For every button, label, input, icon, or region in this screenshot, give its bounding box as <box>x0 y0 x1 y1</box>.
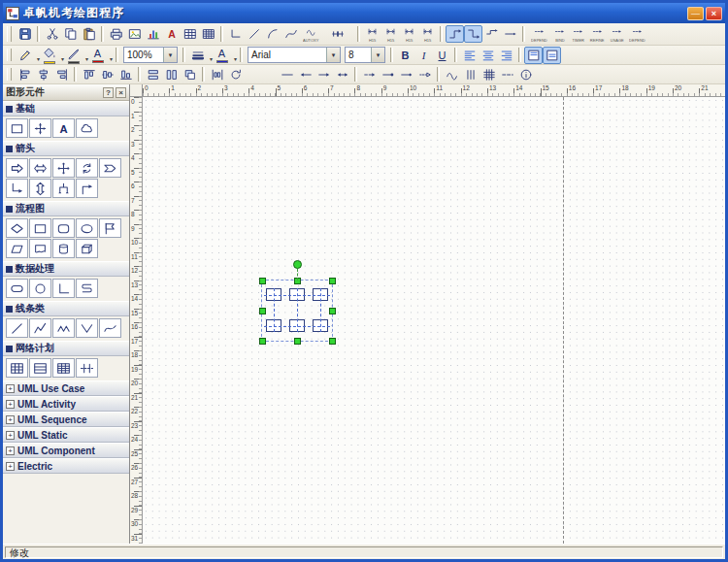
expand-icon[interactable]: + <box>6 400 15 409</box>
align-shapes-center-button[interactable] <box>34 66 52 83</box>
h-spacing-1-button[interactable]: H15 <box>363 24 381 45</box>
align-shapes-middle-button[interactable] <box>98 66 116 83</box>
uml-usage-button[interactable]: USAGE <box>608 24 627 45</box>
shape-cube[interactable] <box>76 239 98 258</box>
shape-arrow-four-way[interactable] <box>52 158 75 178</box>
cut-button[interactable] <box>43 25 61 43</box>
toolbar-grip[interactable] <box>7 68 12 81</box>
shape-cross-node[interactable] <box>76 358 98 378</box>
bold-button[interactable]: B <box>396 47 414 64</box>
shape-arrow-elbow-down[interactable] <box>6 179 28 198</box>
about-info-button[interactable] <box>516 66 535 83</box>
zoom-level-combo[interactable]: 100%▾ <box>123 47 178 63</box>
fill-color-button[interactable]: ▾ <box>40 47 64 64</box>
same-size-button[interactable] <box>181 66 199 83</box>
dropdown-arrow-icon[interactable]: ▾ <box>110 56 113 62</box>
selection-handle[interactable] <box>259 278 266 284</box>
font-color-button[interactable]: A▾ <box>213 47 237 64</box>
section-header-uml-component[interactable]: +UML Component <box>3 443 129 458</box>
uml-depend-button[interactable]: DEPEND <box>528 24 550 45</box>
align-shapes-right-button[interactable] <box>52 66 71 83</box>
valign-middle-button[interactable] <box>543 47 561 64</box>
section-header-uml-static[interactable]: +UML Static <box>3 427 129 443</box>
draw-line-button[interactable] <box>245 25 263 43</box>
section-header-基础[interactable]: 基础 <box>3 101 129 116</box>
minimize-button[interactable]: — <box>687 7 704 20</box>
same-width-button[interactable] <box>144 66 162 83</box>
align-shapes-left-button[interactable] <box>16 66 34 83</box>
copy-button[interactable] <box>61 25 80 43</box>
expand-icon[interactable]: + <box>6 446 15 455</box>
paste-button[interactable] <box>80 25 98 43</box>
dash-style-button[interactable] <box>498 66 516 83</box>
collapse-icon[interactable] <box>6 266 13 273</box>
line-style-diamond-end-button[interactable] <box>397 66 415 83</box>
dropdown-arrow-icon[interactable]: ▾ <box>371 48 384 62</box>
shape-arrow-right[interactable] <box>6 158 28 178</box>
selection-handle[interactable] <box>329 308 336 314</box>
shape-document[interactable] <box>29 239 51 258</box>
shape-grid-table[interactable] <box>6 358 28 378</box>
connector-down-button[interactable] <box>446 25 464 43</box>
shape-arrow-left-right[interactable] <box>29 158 51 178</box>
line-style-dotted-button[interactable] <box>415 66 434 83</box>
section-header-网络计划[interactable]: 网络计划 <box>3 341 129 356</box>
align-left-button[interactable] <box>460 47 479 64</box>
expand-icon[interactable]: + <box>6 462 15 471</box>
shape-ellipse[interactable] <box>76 218 98 238</box>
insert-text-button[interactable]: A <box>162 25 181 43</box>
shape-process[interactable] <box>29 218 51 238</box>
section-header-箭头[interactable]: 箭头 <box>3 141 129 156</box>
shape-circle[interactable] <box>29 279 51 298</box>
shape-terminator[interactable] <box>6 279 28 298</box>
snap-grid-button[interactable] <box>199 25 217 43</box>
shape-arrow-circular[interactable] <box>76 158 98 178</box>
section-header-uml-use-case[interactable]: +UML Use Case <box>3 380 129 396</box>
collapse-icon[interactable] <box>6 306 13 313</box>
section-header-数据处理[interactable]: 数据处理 <box>3 261 129 277</box>
insert-table-button[interactable] <box>181 25 199 43</box>
align-right-button[interactable] <box>497 47 515 64</box>
shape-angle-line[interactable] <box>76 318 98 338</box>
shape-row-table[interactable] <box>29 358 51 378</box>
shape-database[interactable] <box>52 239 75 258</box>
draw-tool-button[interactable]: ▾ <box>16 47 40 64</box>
freehand-wave-button[interactable] <box>443 66 461 83</box>
selected-shape[interactable] <box>261 280 333 342</box>
arrow-start-button[interactable] <box>296 66 314 83</box>
shape-rectangle[interactable] <box>6 118 28 138</box>
draw-arc-button[interactable] <box>263 25 281 43</box>
draw-curve-button[interactable] <box>281 25 300 43</box>
dropdown-arrow-icon[interactable]: ▾ <box>326 48 340 62</box>
h-spacing-3-button[interactable]: H15 <box>400 24 418 45</box>
expand-icon[interactable]: + <box>6 384 15 393</box>
section-header-uml-activity[interactable]: +UML Activity <box>3 396 129 412</box>
line-plain-button[interactable] <box>278 66 296 83</box>
insert-image-button[interactable] <box>125 25 144 43</box>
font-family-combo[interactable]: Arial▾ <box>248 47 341 63</box>
selection-handle[interactable] <box>329 338 336 345</box>
arrow-end-button[interactable] <box>314 66 333 83</box>
shape-text[interactable]: A <box>52 118 75 138</box>
selection-handle[interactable] <box>294 338 301 345</box>
shape-rounded-process[interactable] <box>52 218 75 238</box>
section-header-uml-sequence[interactable]: +UML Sequence <box>3 412 129 427</box>
selection-handle[interactable] <box>259 338 266 345</box>
expand-icon[interactable]: + <box>6 431 15 440</box>
shape-cell-table[interactable] <box>52 358 75 378</box>
drawing-canvas[interactable] <box>143 97 725 544</box>
shape-data[interactable] <box>6 239 28 258</box>
dropdown-arrow-icon[interactable]: ▾ <box>234 56 237 62</box>
align-shapes-bottom-button[interactable] <box>116 66 135 83</box>
shape-arrow-chevron[interactable] <box>99 158 121 178</box>
space-evenly-button[interactable] <box>208 66 226 83</box>
line-style-dot-end-button[interactable] <box>379 66 397 83</box>
line-width-button[interactable]: ▾ <box>188 47 213 64</box>
section-header-流程图[interactable]: 流程图 <box>3 201 129 216</box>
toolbar-grip[interactable] <box>7 49 12 61</box>
shape-freeform[interactable] <box>76 118 98 138</box>
selection-handle[interactable] <box>329 278 336 284</box>
shape-straight-line[interactable] <box>6 318 28 338</box>
uml-timer-button[interactable]: TIMER <box>569 24 587 45</box>
hatch-lines-button[interactable] <box>461 66 480 83</box>
